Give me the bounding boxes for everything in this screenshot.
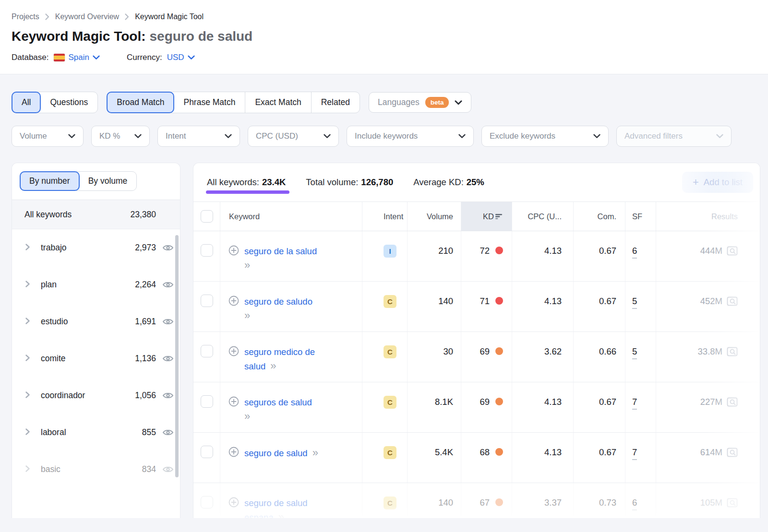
toggle-by-volume[interactable]: By volume: [79, 172, 137, 190]
expand-keyword-icon[interactable]: »: [270, 360, 276, 372]
serp-features-count[interactable]: 5: [632, 346, 637, 359]
sidebar-item-laboral[interactable]: laboral 855: [12, 414, 180, 451]
expand-keyword-icon[interactable]: »: [244, 258, 317, 272]
row-checkbox[interactable]: [201, 244, 213, 257]
table-row: seguro de salud» C 5.4K 68 4.13 0.67 7 6…: [193, 433, 760, 483]
expand-group-icon[interactable]: [24, 464, 41, 474]
row-checkbox[interactable]: [201, 345, 213, 357]
add-keyword-button[interactable]: [228, 345, 240, 382]
table-row: seguro de saludo» C 140 71 4.13 0.67 5 4…: [193, 282, 760, 332]
filter-exclude-keywords[interactable]: Exclude keywords: [481, 126, 609, 147]
sidebar-item-comite[interactable]: comite 1,136: [12, 340, 180, 377]
column-header-results[interactable]: Results: [656, 202, 760, 231]
serp-features-count[interactable]: 7: [632, 397, 637, 410]
tab-exact-match[interactable]: Exact Match: [245, 92, 311, 113]
column-header-com[interactable]: Com.: [574, 202, 625, 231]
view-serp-button[interactable]: [727, 347, 739, 359]
languages-dropdown[interactable]: Languages beta: [369, 92, 471, 113]
filter-intent[interactable]: Intent: [157, 126, 240, 147]
view-serp-button[interactable]: [727, 498, 739, 510]
toggle-by-number[interactable]: By number: [20, 171, 80, 191]
view-serp-button[interactable]: [727, 246, 739, 259]
column-header-intent[interactable]: Intent: [362, 202, 408, 231]
keyword-link[interactable]: seguro de la salud: [244, 244, 317, 258]
tab-related[interactable]: Related: [311, 92, 360, 113]
group-count: 1,136: [135, 354, 156, 364]
breadcrumb-item-keyword-magic-tool[interactable]: Keyword Magic Tool: [135, 12, 204, 21]
expand-group-icon[interactable]: [24, 243, 41, 253]
keyword-link[interactable]: salud»: [244, 359, 315, 373]
tab-all[interactable]: All: [12, 92, 41, 113]
filter-cpc-usd[interactable]: CPC (USD): [248, 126, 339, 147]
keyword-link[interactable]: seguro de salud»: [244, 446, 318, 460]
tab-questions[interactable]: Questions: [40, 92, 97, 113]
breadcrumb-item-projects[interactable]: Projects: [12, 12, 39, 21]
add-keyword-button[interactable]: [228, 295, 240, 331]
sidebar-item-estudio[interactable]: estudio 1,691: [12, 303, 180, 340]
expand-keyword-icon[interactable]: »: [278, 511, 284, 518]
column-header-cpc[interactable]: CPC (U...: [512, 202, 574, 231]
expand-keyword-icon[interactable]: »: [244, 308, 312, 322]
add-to-list-button[interactable]: + Add to list: [682, 172, 753, 193]
keyword-link[interactable]: seguro de saludo: [244, 295, 312, 308]
chevron-down-icon: [68, 134, 75, 139]
currency-selector[interactable]: USD: [167, 53, 195, 62]
column-header-kd[interactable]: KD: [461, 202, 512, 231]
intent-badge: C: [384, 396, 396, 409]
view-serp-button[interactable]: [727, 296, 739, 309]
sidebar-item-coordinador[interactable]: coordinador 1,056: [12, 377, 180, 414]
row-checkbox[interactable]: [201, 496, 213, 508]
sidebar-item-plan[interactable]: plan 2,264: [12, 266, 180, 303]
filter-volume[interactable]: Volume: [12, 126, 84, 147]
keyword-link[interactable]: seguro de salud: [244, 496, 308, 510]
group-count: 23,380: [130, 210, 156, 220]
expand-group-icon[interactable]: [24, 390, 41, 401]
add-keyword-button[interactable]: [228, 245, 240, 281]
kd-value: 67: [480, 483, 490, 508]
expand-group-icon[interactable]: [24, 280, 41, 290]
database-selector[interactable]: Spain: [69, 53, 100, 62]
serp-results-icon: [727, 246, 739, 256]
tab-broad-match[interactable]: Broad Match: [107, 92, 174, 113]
sidebar-item-trabajo[interactable]: trabajo 2,973: [12, 229, 180, 266]
column-header-keyword[interactable]: Keyword: [220, 202, 362, 231]
view-serp-button[interactable]: [727, 397, 739, 410]
keyword-link[interactable]: seguros de salud: [244, 395, 312, 409]
group-count: 2,264: [135, 280, 156, 290]
expand-group-icon[interactable]: [24, 354, 41, 364]
expand-group-icon[interactable]: [24, 427, 41, 437]
sidebar-scrollbar[interactable]: [175, 235, 179, 477]
filter-kd[interactable]: KD %: [91, 126, 150, 147]
serp-features-count[interactable]: 7: [632, 447, 637, 460]
chevron-right-icon: [24, 318, 31, 324]
currency-value: USD: [167, 53, 184, 62]
column-header-volume[interactable]: Volume: [408, 202, 461, 231]
serp-features-count[interactable]: 6: [632, 246, 637, 259]
row-checkbox[interactable]: [201, 295, 213, 307]
cpc-value: 3.37: [512, 483, 574, 518]
competition-value: 0.67: [574, 282, 625, 331]
plus-icon: +: [693, 177, 699, 188]
keyword-link[interactable]: seguro medico de: [244, 345, 315, 359]
sidebar-item-basic[interactable]: basic 834: [12, 451, 180, 488]
tab-phrase-match[interactable]: Phrase Match: [174, 92, 245, 113]
add-keyword-button[interactable]: [228, 396, 240, 432]
sidebar-item-all-keywords[interactable]: All keywords 23,380: [12, 200, 180, 229]
serp-features-count[interactable]: 6: [632, 497, 637, 510]
expand-keyword-icon[interactable]: »: [312, 447, 318, 459]
expand-keyword-icon[interactable]: »: [244, 409, 312, 423]
row-checkbox[interactable]: [201, 395, 213, 408]
keyword-link[interactable]: espana»: [244, 510, 308, 518]
add-keyword-button[interactable]: [228, 446, 240, 483]
breadcrumb-item-keyword-overview[interactable]: Keyword Overview: [55, 12, 119, 21]
column-header-sf[interactable]: SF: [625, 202, 656, 231]
view-serp-button[interactable]: [727, 448, 739, 460]
add-keyword-button[interactable]: [228, 497, 240, 518]
serp-results-icon: [727, 498, 739, 508]
row-checkbox[interactable]: [201, 446, 213, 458]
serp-features-count[interactable]: 5: [632, 296, 637, 309]
filter-include-keywords[interactable]: Include keywords: [347, 126, 474, 147]
expand-group-icon[interactable]: [24, 317, 41, 327]
select-all-checkbox[interactable]: [201, 210, 213, 223]
filter-advanced-filters[interactable]: Advanced filters: [616, 126, 732, 147]
